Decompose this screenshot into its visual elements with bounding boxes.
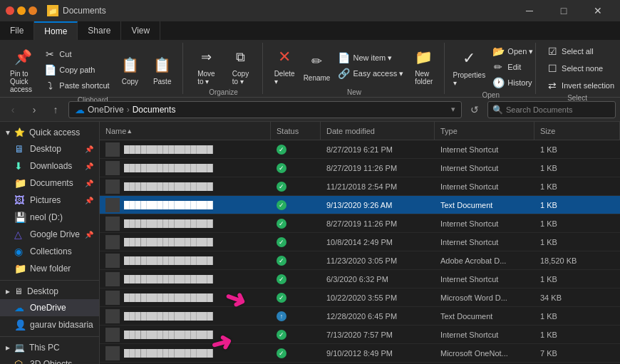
sidebar-quick-access-header[interactable]: ▾ ⭐ Quick access bbox=[0, 125, 99, 140]
file-name-cell: ████████████████ bbox=[100, 254, 271, 268]
table-row[interactable]: ████████████████ ✓ 9/10/2012 8:49 PM Mic… bbox=[100, 344, 620, 363]
tab-home[interactable]: Home bbox=[34, 21, 78, 40]
cut-button[interactable]: ✂ Cut bbox=[41, 47, 112, 61]
table-row[interactable]: ████████████████ ✓ 10/22/2020 3:55 PM Mi… bbox=[100, 288, 620, 307]
file-size-cell: 7 KB bbox=[534, 349, 620, 358]
tab-share[interactable]: Share bbox=[78, 21, 121, 40]
sidebar: ▾ ⭐ Quick access 🖥 Desktop 📌 ⬇ Downloads… bbox=[0, 122, 100, 364]
file-thumbnail bbox=[105, 291, 120, 305]
file-thumbnail bbox=[105, 328, 120, 342]
copy-button[interactable]: 📋 Copy bbox=[115, 52, 145, 87]
search-box[interactable]: 🔍 Search Documents bbox=[487, 101, 616, 118]
table-row[interactable]: ████████████████ ✓ 10/8/2014 2:49 PM Int… bbox=[100, 233, 620, 251]
refresh-button[interactable]: ↺ bbox=[466, 101, 483, 118]
sidebar-item-gaurav[interactable]: 👤 gaurav bidasaria bbox=[0, 316, 99, 333]
tab-file[interactable]: File bbox=[0, 21, 34, 40]
file-status-cell: ✓ bbox=[271, 293, 321, 303]
file-date-cell: 10/8/2014 2:49 PM bbox=[321, 238, 435, 246]
sidebar-label-desktop: Desktop bbox=[30, 144, 61, 154]
tab-view[interactable]: View bbox=[121, 21, 160, 40]
up-button[interactable]: ↑ bbox=[47, 101, 64, 118]
window-controls bbox=[6, 6, 37, 15]
file-name-cell: ████████████████ bbox=[100, 272, 271, 286]
address-bar: ‹ › ↑ ☁ OneDrive › Documents ▾ ↺ 🔍 Searc… bbox=[0, 98, 620, 122]
file-name-text: ████████████████ bbox=[124, 201, 213, 209]
forward-button[interactable]: › bbox=[26, 101, 43, 118]
file-name-cell: ████████████████ bbox=[100, 235, 271, 249]
paste-shortcut-icon: ⤵ bbox=[43, 80, 56, 91]
col-status[interactable]: Status bbox=[271, 122, 321, 140]
file-type-cell: Text Document bbox=[435, 201, 534, 209]
status-indicator: ↑ bbox=[277, 311, 286, 321]
open-button[interactable]: 📂 Open ▾ bbox=[489, 44, 536, 58]
minimize-button[interactable]: ─ bbox=[513, 0, 546, 21]
onedrive-icon: ☁ bbox=[75, 104, 85, 115]
select-group: ☑ Select all ☐ Select none ⇄ Invert sele… bbox=[537, 43, 617, 94]
invert-selection-button[interactable]: ⇄ Invert selection bbox=[543, 78, 617, 93]
properties-button[interactable]: ✓ Properties▾ bbox=[452, 46, 486, 88]
status-indicator: ✓ bbox=[277, 163, 286, 173]
delete-button[interactable]: ✕ Delete▾ bbox=[270, 44, 299, 87]
col-name[interactable]: Name ▲ bbox=[100, 122, 271, 140]
sidebar-item-onedrive[interactable]: ☁ OneDrive bbox=[0, 299, 99, 316]
table-row[interactable]: ████████████████ ↑ 12/28/2020 6:45 PM Te… bbox=[100, 307, 620, 326]
easy-access-button[interactable]: 🔗 Easy access ▾ bbox=[334, 66, 406, 80]
sidebar-item-documents[interactable]: 📁 Documents 📌 bbox=[0, 175, 99, 192]
new-item-button[interactable]: 📄 New item ▾ bbox=[334, 51, 406, 65]
file-date-cell: 11/21/2018 2:54 PM bbox=[321, 182, 435, 191]
move-to-button[interactable]: ⇒ Moveto ▾ bbox=[190, 44, 222, 87]
select-none-button[interactable]: ☐ Select none bbox=[543, 61, 617, 76]
sidebar-item-new-folder[interactable]: 📁 New folder bbox=[0, 260, 99, 277]
pin-to-quick-access-button[interactable]: 📌 Pin to Quickaccess bbox=[9, 44, 38, 95]
sidebar-desktop-header[interactable]: ▸ 🖥 Desktop bbox=[0, 284, 99, 299]
delete-icon: ✕ bbox=[273, 46, 296, 68]
sidebar-item-downloads[interactable]: ⬇ Downloads 📌 bbox=[0, 157, 99, 175]
file-status-cell: ✓ bbox=[271, 182, 321, 192]
col-type[interactable]: Type bbox=[435, 122, 534, 140]
sidebar-item-pictures[interactable]: 🖼 Pictures 📌 bbox=[0, 192, 99, 209]
file-date-cell: 7/13/2020 7:57 PM bbox=[321, 331, 435, 339]
new-group: ✕ Delete▾ ✏ Rename 📄 New item ▾ 🔗 Easy a… bbox=[264, 43, 445, 94]
rename-button[interactable]: ✏ Rename bbox=[302, 48, 332, 83]
edit-button[interactable]: ✏ Edit bbox=[489, 60, 536, 74]
col-size[interactable]: Size bbox=[534, 122, 620, 140]
close-btn[interactable] bbox=[6, 6, 14, 15]
file-date-cell: 8/27/2019 11:26 PM bbox=[321, 164, 435, 172]
new-folder-button[interactable]: 📁 Newfolder bbox=[409, 44, 438, 87]
sidebar-thispc-header[interactable]: ▸ 💻 This PC bbox=[0, 340, 99, 355]
sidebar-item-3dobjects[interactable]: ⬡ 3D Objects bbox=[0, 355, 99, 364]
restore-button[interactable]: □ bbox=[547, 0, 580, 21]
file-name-text: ████████████████ bbox=[124, 238, 213, 246]
table-row[interactable]: ████████████████ ✓ 8/27/2019 6:21 PM Int… bbox=[100, 140, 620, 159]
col-date[interactable]: Date modified bbox=[321, 122, 435, 140]
table-row[interactable]: ████████████████ ✓ 8/27/2019 11:26 PM In… bbox=[100, 214, 620, 233]
folder-icon: 📁 bbox=[14, 263, 26, 274]
maximize-btn[interactable] bbox=[29, 6, 37, 15]
table-row[interactable]: ████████████████ ✓ 6/3/2020 6:32 PM Inte… bbox=[100, 270, 620, 288]
new-buttons: ✕ Delete▾ ✏ Rename 📄 New item ▾ 🔗 Easy a… bbox=[270, 44, 439, 87]
sidebar-item-collections[interactable]: ◉ Collections bbox=[0, 243, 99, 260]
close-button[interactable]: ✕ bbox=[582, 0, 614, 21]
pin-icon: 📌 bbox=[12, 46, 35, 68]
address-path[interactable]: ☁ OneDrive › Documents ▾ bbox=[68, 101, 462, 118]
copy-path-button[interactable]: 📄 Copy path bbox=[41, 63, 112, 77]
back-button[interactable]: ‹ bbox=[4, 101, 21, 118]
table-row[interactable]: ████████████████ ✓ 8/27/2019 11:26 PM In… bbox=[100, 159, 620, 177]
table-row[interactable]: ████████████████ ✓ 7/13/2020 7:57 PM Int… bbox=[100, 326, 620, 344]
copy-to-icon: ⧉ bbox=[229, 46, 252, 68]
minimize-btn[interactable] bbox=[17, 6, 26, 15]
table-row[interactable]: ████████████████ ✓ 11/21/2018 2:54 PM In… bbox=[100, 177, 620, 196]
sidebar-item-neol[interactable]: 💾 neol (D:) bbox=[0, 209, 99, 226]
select-all-button[interactable]: ☑ Select all bbox=[543, 44, 617, 58]
sidebar-item-gdrive[interactable]: △ Google Drive 📌 bbox=[0, 226, 99, 243]
file-name-text: ████████████████ bbox=[124, 331, 213, 339]
title-bar: 📁 Documents ─ □ ✕ bbox=[0, 0, 620, 21]
paste-button[interactable]: 📋 Paste bbox=[148, 52, 177, 87]
history-button[interactable]: 🕐 History bbox=[489, 76, 536, 90]
table-row[interactable]: ████████████████ ✓ 9/13/2020 9:26 AM Tex… bbox=[100, 196, 620, 214]
table-row[interactable]: ████████████████ ✓ 11/23/2020 3:05 PM Ad… bbox=[100, 251, 620, 270]
copy-to-button[interactable]: ⧉ Copyto ▾ bbox=[224, 44, 256, 87]
organize-buttons: ⇒ Moveto ▾ ⧉ Copyto ▾ bbox=[190, 44, 256, 87]
sidebar-item-desktop[interactable]: 🖥 Desktop 📌 bbox=[0, 140, 99, 157]
paste-shortcut-button[interactable]: ⤵ Paste shortcut bbox=[41, 78, 112, 93]
